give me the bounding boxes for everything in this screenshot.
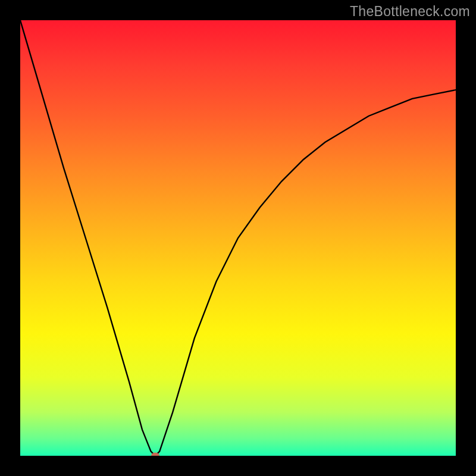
watermark-label: TheBottleneck.com [350,4,470,20]
bottleneck-curve [20,20,456,456]
chart-frame: TheBottleneck.com [0,0,476,476]
plot-area [20,20,456,456]
optimum-marker [151,453,159,456]
curve-svg [20,20,456,456]
